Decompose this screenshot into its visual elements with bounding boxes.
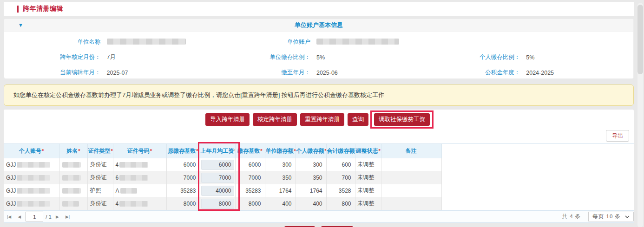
field-empty (424, 34, 633, 50)
field-crossyear-month: 跨年核定月份： 7月 (4, 50, 214, 65)
field-paid-until: 缴至年月： 2025-06 (214, 65, 423, 79)
cell-id-no: A (113, 184, 166, 197)
redacted-id-no (119, 201, 148, 207)
last-page-icon[interactable]: ▶| (62, 214, 73, 219)
prev-page-icon[interactable]: ◀ (14, 214, 24, 219)
scrollbar-thumb[interactable] (637, 5, 643, 74)
redacted-id-no (119, 175, 148, 181)
redacted-name (62, 162, 81, 168)
cell-old-base: 35283 (166, 184, 200, 197)
col-header-filler (441, 144, 634, 158)
cell-base: 8000 (235, 197, 265, 210)
cell-personal-amount: 1764 (296, 184, 326, 197)
scrollbar-track[interactable] (637, 3, 643, 227)
cell-id-no: 4 (113, 158, 166, 171)
cell-remark (381, 158, 441, 171)
total-records-label: 共 4 条 (562, 213, 581, 220)
cell-name (59, 171, 87, 184)
reset-crossyear-roster-button[interactable]: 重置跨年清册 (300, 113, 344, 126)
chevron-down-icon (625, 215, 630, 218)
cell-filler (441, 184, 634, 197)
redacted-name (62, 188, 81, 194)
cell-name (59, 158, 87, 171)
col-header-status: 调整状态* (355, 144, 381, 158)
first-page-icon[interactable]: |◀ (4, 214, 14, 219)
import-crossyear-roster-button[interactable]: 导入跨年清册 (205, 113, 250, 126)
avg-salary-input[interactable]: 40000 (201, 186, 234, 196)
roster-table-wrap: 个人账号* 姓名* 证件类型* 证件号码* 原缴存基数* 上年月均工资* 缴存基… (4, 143, 634, 210)
col-header-id-type: 证件类型* (87, 144, 113, 158)
unit-info-panel-title: 单位账户基本信息 (4, 21, 633, 29)
verify-crossyear-roster-button[interactable]: 核定跨年清册 (253, 113, 297, 126)
col-header-total-amount: 合计缴存额* (326, 144, 355, 158)
field-personal-ratio: 个人缴存比例： 5% (424, 50, 633, 65)
cell-id-type: 身份证 (87, 171, 113, 184)
cell-account: GJJ (4, 171, 59, 184)
cell-total-amount: 3528 (326, 184, 355, 197)
field-edit-month: 当前编辑年月： 2025-07 (4, 65, 214, 79)
col-header-base: 缴存基数* (235, 144, 265, 158)
query-button[interactable]: 查询 (348, 113, 368, 126)
cell-status: 未调整 (355, 184, 381, 197)
cell-id-no: 4 (113, 197, 166, 210)
cell-total-amount: 700 (326, 171, 355, 184)
page-size-select[interactable]: 每页 10 条 (588, 212, 634, 221)
cell-filler (441, 158, 634, 171)
cell-personal-amount: 300 (296, 158, 326, 171)
page-count-label: / 1 (46, 214, 52, 220)
field-unit-ratio: 单位缴存比例： 5% (214, 50, 423, 65)
table-row: GJJ 身份证 4 6000 6000 6000 300 300 600 未调整 (4, 158, 634, 171)
cell-total-amount: 800 (326, 197, 355, 210)
redacted-account (17, 201, 50, 207)
cell-name (59, 184, 87, 197)
cell-remark (381, 197, 441, 210)
field-fund-year: 公积金年度： 2024-2025 (424, 65, 633, 79)
cell-old-base: 7000 (166, 171, 200, 184)
page-size-label: 每页 10 条 (592, 213, 621, 220)
next-page-icon[interactable]: ▶ (53, 214, 62, 219)
cell-id-type: 护照 (87, 184, 113, 197)
cell-old-base: 8000 (166, 197, 200, 210)
title-bar: 跨年清册编辑 (4, 2, 634, 16)
cell-unit-amount: 300 (265, 158, 296, 171)
export-button[interactable]: 导出 (606, 130, 629, 142)
col-header-old-base: 原缴存基数* (166, 144, 200, 158)
cell-filler (441, 197, 634, 210)
unit-info-panel-header: ▼ 单位账户基本信息 (4, 19, 633, 32)
warning-banner: 如您单位在核定公积金缴存基数前办理了7月增减员业务或调整了缴存比例，请您点击[重… (4, 84, 634, 106)
cell-unit-amount: 1764 (265, 184, 296, 197)
cell-id-no: 6 (113, 171, 166, 184)
cell-filler (441, 171, 634, 184)
cell-unit-amount: 400 (265, 197, 296, 210)
toolbar: 导入跨年清册 核定跨年清册 重置跨年清册 查询 调取社保缴费工资 (4, 110, 634, 128)
cell-base: 35283 (235, 184, 265, 197)
cell-status: 未调整 (355, 171, 381, 184)
page-number-input[interactable] (26, 212, 43, 221)
cell-status: 未调整 (355, 197, 381, 210)
avg-salary-input[interactable]: 6000 (201, 160, 234, 170)
cell-old-base: 6000 (166, 158, 200, 171)
redacted-unit-name (107, 39, 186, 45)
unit-info-panel: ▼ 单位账户基本信息 单位名称 单位账户 跨年核定月份： 7月 单 (4, 19, 634, 79)
roster-section: 导入跨年清册 核定跨年清册 重置跨年清册 查询 调取社保缴费工资 导出 (4, 110, 634, 223)
redacted-account (17, 175, 50, 181)
cell-name (59, 197, 87, 210)
avg-salary-input[interactable]: 7000 (201, 173, 234, 183)
cell-account: GJJ (4, 158, 59, 171)
redacted-id-no (120, 188, 137, 194)
redacted-name (62, 201, 79, 207)
redacted-id-no (119, 162, 148, 168)
fetch-social-insurance-salary-button[interactable]: 调取社保缴费工资 (374, 113, 430, 126)
redacted-account (17, 162, 50, 168)
cell-avg-salary: 8000 (200, 197, 235, 210)
annotation-box-fetch-salary-button: 调取社保缴费工资 (370, 110, 434, 129)
redacted-unit-account (316, 39, 399, 45)
cell-avg-salary: 40000 (200, 184, 235, 197)
table-header-row: 个人账号* 姓名* 证件类型* 证件号码* 原缴存基数* 上年月均工资* 缴存基… (4, 144, 634, 158)
table-row: GJJ 护照 A 35283 40000 35283 1764 1764 352… (4, 184, 634, 197)
unit-info-fields: 单位名称 单位账户 跨年核定月份： 7月 单位缴存比例： 5% 个人缴存 (4, 32, 633, 79)
cell-remark (381, 171, 441, 184)
avg-salary-input[interactable]: 8000 (201, 199, 234, 209)
cell-unit-amount: 350 (265, 171, 296, 184)
cell-personal-amount: 400 (296, 197, 326, 210)
